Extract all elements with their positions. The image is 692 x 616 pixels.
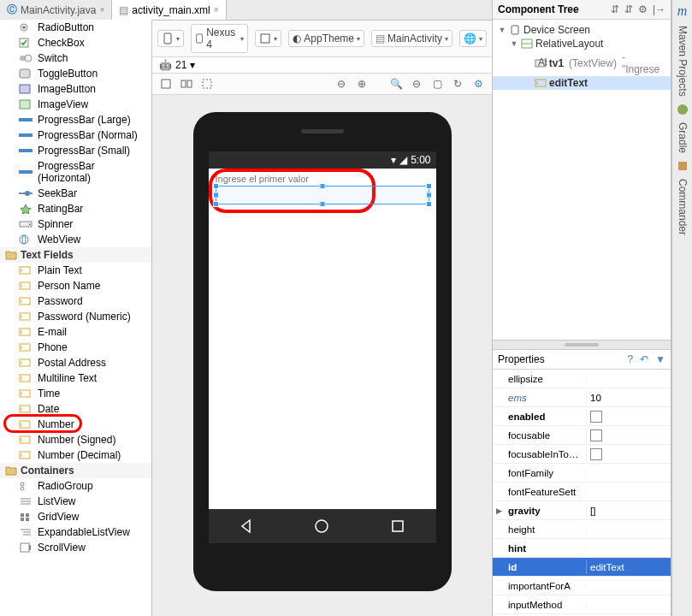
palette-item[interactable]: ExpandableListView — [0, 524, 151, 540]
palette-item[interactable]: RatingBar — [0, 201, 151, 216]
property-value[interactable]: [] — [586, 504, 671, 518]
checkbox[interactable] — [590, 411, 602, 423]
palette-item[interactable]: ListView — [0, 494, 151, 509]
property-row[interactable]: ems10 — [493, 388, 671, 407]
property-value[interactable] — [586, 377, 671, 381]
property-row[interactable]: importantForA — [493, 577, 671, 595]
property-row[interactable]: ideditText — [493, 558, 671, 577]
tab-mainactivity[interactable]: Ⓒ MainActivity.java × — [0, 0, 112, 20]
side-tab-gradle[interactable]: Gradle — [675, 117, 690, 158]
checkbox[interactable] — [590, 448, 602, 460]
expander-icon[interactable]: ▼ — [498, 26, 506, 34]
palette-item[interactable]: RadioGroup — [0, 478, 151, 494]
collapse-icon[interactable]: ⇵ — [624, 3, 633, 15]
zoom-in-icon[interactable]: ⊕ — [355, 77, 369, 91]
property-value[interactable] — [586, 528, 671, 531]
palette-item[interactable]: ImageButton — [0, 81, 151, 97]
resize-handle[interactable] — [213, 192, 219, 198]
resize-handle[interactable] — [319, 201, 325, 207]
phone-screen[interactable]: ▾ ◢ 5:00 Ingrese el primer valor — [209, 151, 436, 543]
palette-item[interactable]: Time — [0, 386, 151, 401]
palette-item[interactable]: Date — [0, 401, 151, 417]
resize-handle[interactable] — [426, 192, 432, 198]
property-row[interactable]: ▶gravity[] — [493, 501, 671, 520]
expander-icon[interactable]: ▼ — [510, 39, 518, 48]
close-icon[interactable]: × — [214, 5, 219, 15]
settings-icon[interactable]: ⚙ — [471, 77, 485, 91]
palette-item[interactable]: Number (Signed) — [0, 432, 151, 447]
palette-item[interactable]: E-mail — [0, 324, 151, 340]
property-row[interactable]: ellipsize — [493, 370, 671, 388]
palette-item[interactable]: ToggleButton — [0, 66, 151, 81]
nav-recent-icon[interactable] — [389, 518, 406, 535]
api-level[interactable]: 21 — [175, 59, 186, 71]
property-value[interactable] — [586, 471, 671, 475]
device-selector[interactable]: Nexus 4▾ — [191, 24, 248, 53]
filter-icon[interactable]: ▼ — [655, 353, 665, 365]
zoom-actual-icon[interactable]: ⊖ — [410, 77, 423, 91]
resize-handle[interactable] — [213, 201, 219, 207]
palette-item[interactable]: RadioButton — [0, 20, 151, 35]
palette-item[interactable]: SeekBar — [0, 186, 151, 201]
property-row[interactable]: focusableInTouchMode — [493, 445, 671, 464]
palette-item[interactable]: CheckBox — [0, 35, 151, 50]
nav-home-icon[interactable] — [313, 518, 330, 535]
palette-item[interactable]: Phone — [0, 340, 151, 355]
property-value[interactable] — [586, 603, 671, 607]
expand-icon[interactable]: ⇵ — [611, 3, 619, 15]
activity-selector[interactable]: ▤MainActivity▾ — [371, 30, 452, 47]
palette-item[interactable]: ProgressBar (Large) — [0, 112, 151, 127]
property-row[interactable]: focusable — [493, 426, 671, 445]
close-icon[interactable]: × — [99, 5, 104, 15]
expander-icon[interactable]: ▶ — [493, 506, 505, 515]
tree-row-textview[interactable]: Ab tv1 (TextView) - "Ingrese — [493, 50, 671, 76]
zoom-fit-icon[interactable]: 🔍 — [389, 77, 403, 91]
zoom-out-icon[interactable]: ⊖ — [334, 77, 348, 91]
section-containers[interactable]: Containers — [0, 463, 151, 478]
tree-row-device[interactable]: ▼ Device Screen — [493, 23, 671, 37]
property-value[interactable] — [586, 584, 671, 588]
palette-item[interactable]: GridView — [0, 509, 151, 524]
palette-item[interactable]: Spinner — [0, 216, 151, 232]
property-row[interactable]: fontFeatureSett — [493, 483, 671, 501]
property-value[interactable] — [586, 447, 671, 462]
property-row[interactable]: height — [493, 520, 671, 539]
property-row[interactable]: inputMethod — [493, 595, 671, 614]
palette-item[interactable]: Person Name — [0, 278, 151, 293]
reset-icon[interactable]: ▢ — [430, 77, 444, 91]
checkbox[interactable] — [590, 429, 602, 441]
refresh-icon[interactable]: ↻ — [451, 77, 464, 91]
palette-item[interactable]: Number (Decimal) — [0, 447, 151, 463]
gear-icon[interactable]: ⚙ — [638, 3, 648, 15]
palette-item[interactable]: Plain Text — [0, 263, 151, 278]
palette-item[interactable]: Password (Numeric) — [0, 309, 151, 324]
palette-item[interactable]: ProgressBar (Horizontal) — [0, 158, 151, 186]
device-surface[interactable]: ▾ ◢ 5:00 Ingrese el primer valor — [152, 95, 492, 616]
property-row[interactable]: fontFamily — [493, 464, 671, 483]
palette-item[interactable]: Postal Address — [0, 355, 151, 370]
panel-resizer[interactable] — [493, 340, 671, 350]
resize-handle[interactable] — [426, 183, 432, 189]
palette-item[interactable]: ImageView — [0, 97, 151, 112]
palette-item[interactable]: Password — [0, 293, 151, 309]
tree-row-edittext[interactable]: editText — [493, 76, 671, 90]
resize-handle[interactable] — [213, 183, 219, 189]
edittext-preview[interactable] — [216, 186, 429, 204]
locale-button[interactable]: 🌐▾ — [459, 30, 487, 47]
property-value[interactable]: editText — [586, 560, 671, 574]
property-value[interactable] — [586, 490, 671, 494]
palette-item-number[interactable]: Number — [0, 417, 151, 432]
screen-content[interactable]: Ingrese el primer valor — [209, 169, 436, 210]
property-value[interactable]: 10 — [586, 391, 671, 405]
palette-item[interactable]: ProgressBar (Small) — [0, 143, 151, 158]
side-tab-maven[interactable]: Maven Projects — [675, 21, 690, 102]
side-tab-commander[interactable]: Commander — [675, 174, 690, 240]
property-value[interactable] — [586, 428, 671, 443]
hide-icon[interactable]: |→ — [653, 3, 665, 15]
resize-handle[interactable] — [426, 201, 432, 207]
align-btn[interactable] — [159, 77, 173, 91]
theme-selector[interactable]: ◐AppTheme▾ — [288, 30, 364, 47]
tab-activity-main[interactable]: ▤ activity_main.xml × — [112, 0, 226, 20]
palette-item[interactable]: ScrollView — [0, 540, 151, 555]
property-row[interactable]: hint — [493, 539, 671, 558]
